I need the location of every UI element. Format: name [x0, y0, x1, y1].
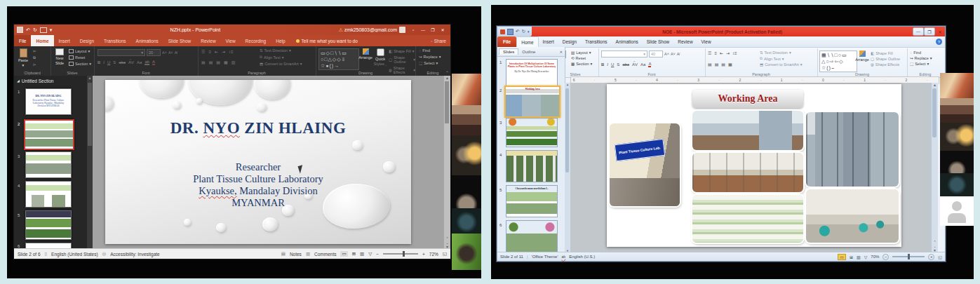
underline-button[interactable]: U — [611, 62, 614, 67]
align-left-icon[interactable]: ▤ — [708, 62, 712, 67]
select-button[interactable]: ⬚ Select ▾ — [910, 62, 932, 66]
align-text-button[interactable]: ⧉ Align Text ▾ — [260, 55, 302, 60]
paste-button[interactable]: Paste▾ — [16, 48, 30, 67]
tab-file[interactable]: File — [14, 35, 31, 46]
align-text-button[interactable]: ⧉ Align Text ▾ — [760, 56, 803, 61]
minimize-button[interactable]: — — [418, 25, 428, 35]
font-size-box[interactable]: 20 — [147, 49, 161, 56]
replace-button[interactable]: ↪ Replace ▾ — [419, 55, 441, 59]
tab-slideshow[interactable]: Slide Show — [643, 36, 674, 47]
align-left-icon[interactable]: ▤ — [201, 60, 206, 65]
change-case-button[interactable]: Aa — [137, 60, 142, 65]
section-title[interactable]: Untitled Section — [22, 79, 54, 83]
slide-thumbnail-5[interactable] — [25, 210, 72, 240]
tab-home[interactable]: Home — [516, 36, 538, 48]
tab-recording[interactable]: Recording — [241, 35, 271, 46]
char-spacing-icon[interactable]: A︠V — [128, 60, 134, 65]
slide-thumbnail-3[interactable] — [506, 118, 558, 147]
view-normal-icon[interactable]: ▭ — [838, 254, 846, 260]
participant-video[interactable] — [452, 74, 481, 105]
view-sorter-icon[interactable]: ⊞ — [352, 251, 356, 257]
tab-home[interactable]: Home — [31, 35, 53, 46]
find-button[interactable]: ◌ Find — [419, 48, 441, 53]
tab-slides[interactable]: Slides — [499, 48, 518, 55]
share-button[interactable]: Share — [434, 39, 446, 43]
tab-help[interactable]: Help — [271, 35, 290, 46]
align-right-icon[interactable]: ▤ — [721, 62, 725, 67]
photo-laminar-room[interactable] — [806, 189, 899, 243]
tab-design[interactable]: Design — [75, 35, 99, 46]
view-slideshow-icon[interactable]: ▽ — [368, 251, 372, 257]
slide-thumbnail-3[interactable] — [25, 151, 72, 178]
smartart-button[interactable]: ⬒ Convert to SmartArt ▾ — [260, 62, 302, 66]
reset-button[interactable]: Reset — [69, 55, 91, 60]
indent-dec-icon[interactable]: ⇤ — [720, 50, 723, 55]
tab-view[interactable]: View — [221, 35, 241, 46]
shadow-button[interactable]: S — [113, 60, 116, 65]
clear-format-icon[interactable]: A̸ — [175, 50, 177, 55]
justify-icon[interactable]: ▦ — [728, 62, 732, 67]
align-center-icon[interactable]: ▤ — [209, 60, 213, 65]
comments-button[interactable]: Comments — [314, 252, 336, 257]
slide-thumbnail-1[interactable]: DR. NYO ZIN HLAING Researcher Plant Tiss… — [25, 88, 72, 115]
photo-growth-chambers[interactable] — [806, 112, 899, 187]
grow-font-icon[interactable]: A˄ — [162, 50, 167, 55]
layout-button[interactable]: ▤ Layout ▾ — [571, 50, 592, 55]
slide-editor[interactable]: Working Area Plant Tissue Culture Lab. — [607, 84, 901, 247]
participant-video[interactable] — [940, 173, 974, 196]
restore-button[interactable]: ❐ — [428, 25, 438, 35]
shape-gallery[interactable]: ▭◇□∖∖▭ ○□△◇◇⇩ ☆●()→ — [318, 48, 359, 70]
numbering-icon[interactable]: ≡ — [714, 51, 717, 55]
participant-video[interactable] — [940, 98, 974, 123]
undo-icon[interactable]: ↶ — [26, 27, 30, 33]
section-collapse-icon[interactable]: ◢ — [17, 79, 20, 83]
smartart-button[interactable]: ⬒ Convert to SmartArt ▾ — [760, 62, 803, 67]
accessibility-status[interactable]: Accessibility: Investigate — [110, 252, 159, 257]
italic-button[interactable]: I — [103, 60, 105, 65]
tab-animations[interactable]: Animations — [612, 36, 643, 47]
font-color-icon[interactable]: A — [648, 62, 651, 67]
zoom-level[interactable]: 70% — [871, 255, 879, 259]
maximize-button[interactable]: ❐ — [924, 27, 935, 36]
tab-transitions[interactable]: Transitions — [99, 35, 131, 46]
columns-icon[interactable]: ▥ — [231, 60, 236, 65]
slide-title-banner[interactable]: Working Area — [692, 90, 803, 108]
numbering-icon[interactable]: ≡ — [208, 50, 211, 54]
zoom-out-icon[interactable]: − — [376, 252, 379, 257]
minimize-button[interactable]: — — [913, 27, 924, 36]
help-icon[interactable]: ? — [936, 39, 942, 45]
change-case-button[interactable]: Aa — [640, 62, 645, 67]
view-normal-icon[interactable]: ▭ — [340, 251, 347, 257]
close-button[interactable]: ✕ — [438, 25, 448, 35]
slide-thumbnail-1[interactable]: Introduction Of Multiplication Of Some P… — [506, 59, 558, 87]
align-right-icon[interactable]: ▤ — [216, 60, 220, 65]
participant-video[interactable] — [452, 135, 481, 175]
line-spacing-icon[interactable]: ↕≡ — [229, 50, 234, 54]
format-painter-icon[interactable]: ⌲ — [33, 62, 36, 67]
justify-icon[interactable]: ▦ — [224, 60, 228, 65]
zoom-in-icon[interactable]: + — [422, 252, 425, 257]
view-reading-icon[interactable]: ▥ — [360, 251, 364, 257]
participant-video[interactable] — [452, 234, 481, 270]
slide-thumbnail-6[interactable] — [506, 220, 558, 252]
highlight-icon[interactable]: ab — [145, 60, 149, 65]
fit-slide-icon[interactable]: ◱ — [443, 251, 447, 257]
shape-fill-button[interactable]: ◧ Shape Fill — [871, 51, 900, 55]
fit-slide-icon[interactable]: ◱ — [938, 255, 942, 259]
photo-lab-room[interactable] — [692, 153, 803, 192]
undo-icon[interactable]: ↶ — [516, 29, 519, 34]
shape-effects-button[interactable]: ◍ Shape Effects — [871, 62, 900, 67]
slide-title[interactable]: DR. NYO ZIN HLAING — [105, 119, 411, 137]
underline-button[interactable]: U — [107, 60, 110, 65]
bullets-icon[interactable]: ☰ — [201, 49, 205, 54]
participant-avatar-placeholder[interactable] — [940, 196, 974, 226]
tab-animations[interactable]: Animations — [131, 35, 163, 46]
slide-editor[interactable]: DR. NYO ZIN HLAING Researcher Plant Tiss… — [105, 80, 411, 244]
char-spacing-icon[interactable]: A︠V — [632, 62, 638, 67]
zoom-slider[interactable] — [383, 253, 418, 255]
find-button[interactable]: ◌ Find — [910, 50, 932, 55]
notes-button[interactable]: Notes — [290, 252, 302, 257]
shape-fill-button[interactable]: ◧ Shape Fill ▾ — [389, 49, 415, 53]
redo-icon[interactable]: ↻ — [33, 27, 37, 33]
indent-inc-icon[interactable]: ⇥ — [222, 49, 225, 54]
